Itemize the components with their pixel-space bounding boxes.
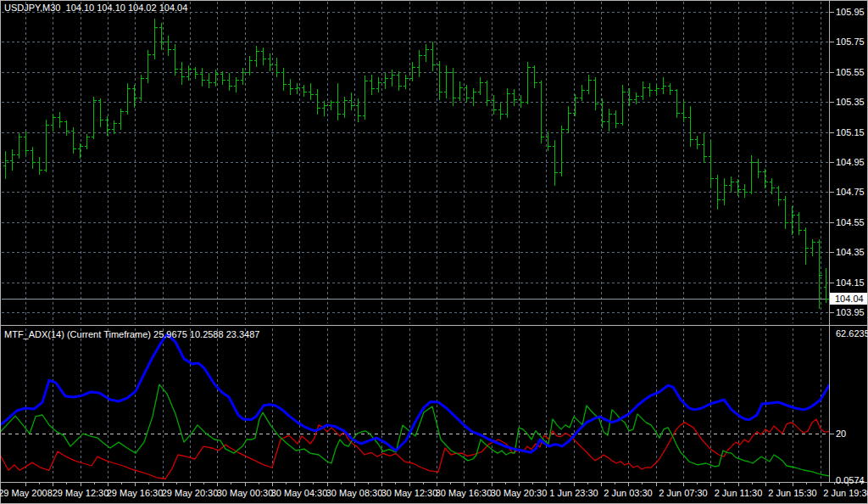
price-axis-label: 103.95: [836, 306, 865, 318]
indicator-min-label: 0.0574: [836, 474, 865, 486]
price-axis-label: 104.75: [836, 186, 865, 198]
price-axis-label: 105.95: [836, 6, 865, 18]
price-axis-label: 105.15: [836, 126, 865, 138]
price-axis-label: 104.35: [836, 246, 865, 258]
chart-title: USDJPY,M30 104.10 104.10 104.02 104.04: [4, 3, 187, 14]
chart-canvas[interactable]: [0, 0, 868, 504]
price-axis-label: 105.75: [836, 36, 865, 48]
price-axis-label: 104.55: [836, 216, 865, 228]
price-axis-label: 105.35: [836, 96, 865, 108]
price-axis-label: 105.55: [836, 66, 865, 78]
price-axis-label: 104.95: [836, 156, 865, 168]
mt4-chart-window: USDJPY,M30 104.10 104.10 104.02 104.04 M…: [0, 0, 868, 504]
time-axis-label: 2 Jun 19:30: [807, 488, 868, 499]
indicator-title: MTF_ADX(14) (Current Timeframe) 25.9675 …: [4, 329, 259, 340]
current-price-box: 104.04: [830, 293, 867, 305]
price-axis-label: 104.15: [836, 277, 865, 288]
current-price-label: 104.04: [835, 294, 864, 304]
indicator-max-label: 62.6235: [836, 328, 868, 339]
indicator-level-label: 20: [836, 428, 846, 440]
